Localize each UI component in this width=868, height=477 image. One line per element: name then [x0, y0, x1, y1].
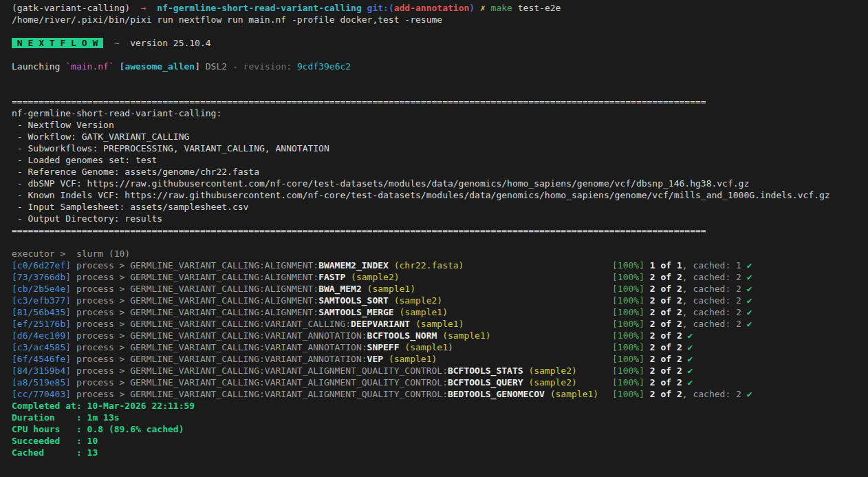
text-run	[644, 377, 650, 388]
progress-count: 1 of 1	[650, 260, 682, 271]
progress-count: 2 of 2	[650, 389, 682, 399]
process-row: [ef/25176b] process > GERMLINE_VARIANT_C…	[12, 318, 868, 330]
task-hash: [cc/770403]	[12, 389, 71, 399]
text-run	[644, 354, 650, 364]
text-run	[120, 38, 131, 48]
run-name: awesome_allen	[124, 61, 195, 72]
progress-percent: [100%]	[612, 354, 644, 364]
revision-hash: 9cdf39e6c2	[297, 61, 351, 72]
pipeline-info-item: - Nextflow Version	[12, 119, 868, 131]
task-hash: [6f/4546fe]	[12, 354, 71, 364]
progress-count: 2 of 2	[650, 365, 688, 376]
process-name: BWAMEM2_INDEX	[318, 260, 389, 271]
summary-cached: Cached : 13	[12, 447, 868, 458]
text-run: ~	[114, 38, 120, 48]
process-path: GERMLINE_VARIANT_CALLING:VARIANT_ALIGNME…	[130, 377, 448, 388]
blank-line	[12, 25, 868, 37]
process-path: GERMLINE_VARIANT_CALLING:VARIANT_ANNOTAT…	[130, 330, 367, 341]
text-run: - Workflow: GATK_VARIANT_CALLING	[12, 131, 189, 142]
git-prefix: git:(	[367, 3, 394, 13]
process-name: FASTP	[318, 272, 345, 282]
text-run: /home/river/.pixi/bin/pixi run nextflow …	[12, 14, 442, 25]
prompt-arrow-icon: →	[141, 3, 147, 13]
process-row: [cb/2b5e4e] process > GERMLINE_VARIANT_C…	[12, 283, 868, 295]
executor-line: executor > slurm (10)	[12, 248, 868, 259]
text-run	[644, 330, 650, 341]
progress-count: 2 of 2	[650, 377, 688, 388]
text-run: , cached: 2	[682, 284, 747, 294]
check-icon: ✔	[688, 354, 693, 364]
task-hash: [81/56b435]	[12, 307, 71, 317]
pipeline-info-item: - Loaded genomes set: test	[12, 154, 868, 166]
process-name: BCFTOOLS_QUERY	[448, 377, 523, 388]
text-run: , cached: 2	[682, 295, 747, 306]
text-run: - Nextflow Version	[12, 120, 114, 130]
process-tag: (sample1)	[400, 307, 448, 317]
check-icon: ✔	[747, 389, 752, 399]
process-path: GERMLINE_VARIANT_CALLING:VARIANT_ANNOTAT…	[130, 342, 367, 352]
script-name: `main.nf`	[65, 61, 113, 72]
process-path: GERMLINE_VARIANT_CALLING:ALIGNMENT:	[130, 284, 318, 294]
text-run: , cached: 2	[682, 319, 747, 329]
progress-percent: [100%]	[612, 389, 644, 399]
text-run	[147, 3, 158, 13]
process-path: GERMLINE_VARIANT_CALLING:ALIGNMENT:	[130, 295, 318, 306]
separator-line: ========================================…	[12, 224, 868, 236]
nextflow-version: version 25.10.4	[130, 38, 210, 48]
text-run: Completed at: 10-Mar-2026 22:11:59	[12, 401, 195, 411]
progress-count: 2 of 2	[650, 319, 682, 329]
text-run	[362, 3, 367, 13]
check-icon: ✔	[747, 319, 752, 329]
progress-count: 2 of 2	[650, 307, 682, 317]
text-run: , cached: 2	[682, 389, 747, 399]
text-run	[644, 272, 650, 282]
check-icon: ✔	[747, 295, 752, 306]
text-run: Succeeded : 10	[12, 436, 98, 446]
process-status: [100%] 2 of 2 ✔	[612, 330, 693, 341]
text-run	[437, 330, 442, 341]
text-run	[512, 3, 518, 13]
progress-percent: [100%]	[612, 365, 644, 376]
text-run: , cached: 2	[682, 272, 747, 282]
text-run: - Output Directory: results	[12, 213, 162, 224]
task-hash: [84/3159b4]	[12, 365, 71, 376]
shell-env-name: (gatk-variant-calling)	[12, 3, 141, 13]
task-hash: [c0/6d27ef]	[12, 260, 71, 271]
process-name: SAMTOOLS_SORT	[318, 295, 389, 306]
command-name: make	[491, 3, 512, 13]
summary-completed-at: Completed at: 10-Mar-2026 22:11:59	[12, 400, 868, 412]
git-dirty-icon: ✗	[480, 3, 486, 13]
summary-cpu-hours: CPU hours : 0.8 (89.6% cached)	[12, 423, 868, 435]
process-path: GERMLINE_VARIANT_CALLING:ALIGNMENT:	[130, 272, 318, 282]
pipeline-info-item: - Workflow: GATK_VARIANT_CALLING	[12, 131, 868, 142]
text-run: - Input Samplesheet: assets/samplesheet.…	[12, 202, 248, 212]
text-run: process >	[71, 260, 130, 271]
blank-line	[12, 84, 868, 96]
text-run: nf-germline-short-read-variant-calling:	[12, 108, 221, 118]
text-run	[644, 260, 650, 271]
command-line: /home/river/.pixi/bin/pixi run nextflow …	[12, 14, 868, 25]
process-row: [73/3766db] process > GERMLINE_VARIANT_C…	[12, 271, 868, 283]
check-icon: ✔	[747, 260, 752, 271]
text-run: ]	[195, 61, 206, 72]
text-run	[389, 260, 394, 271]
text-run: DSL2 -	[206, 61, 243, 72]
progress-percent: [100%]	[612, 260, 644, 271]
text-run: Duration : 1m 13s	[12, 412, 120, 423]
text-run	[475, 3, 480, 13]
task-hash: [ef/25176b]	[12, 319, 71, 329]
progress-count: 2 of 2	[650, 342, 688, 352]
pipeline-info-item: - Subworkflows: PREPROCESSING, VARIANT_C…	[12, 142, 868, 154]
check-icon: ✔	[688, 377, 693, 388]
text-run: , cached: 1	[682, 260, 747, 271]
process-name: BCFTOOLS_NORM	[367, 330, 437, 341]
progress-count: 2 of 2	[650, 330, 688, 341]
process-tag: (sample2)	[394, 295, 442, 306]
blank-line	[12, 49, 868, 61]
separator-line: ========================================…	[12, 96, 868, 107]
process-tag: (sample1)	[389, 354, 437, 364]
process-status: [100%] 2 of 2, cached: 2 ✔	[612, 295, 752, 306]
text-run	[644, 307, 650, 317]
process-path: GERMLINE_VARIANT_CALLING:VARIANT_ANNOTAT…	[130, 354, 367, 364]
process-name: DEEPVARIANT	[351, 319, 410, 329]
